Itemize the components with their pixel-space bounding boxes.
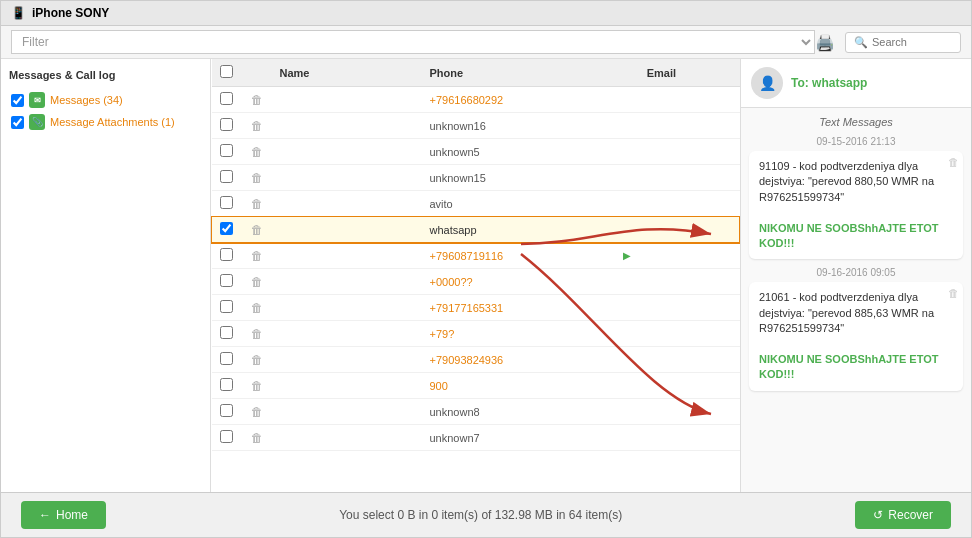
avatar: 👤: [751, 67, 783, 99]
print-icon[interactable]: 🖨️: [815, 33, 835, 52]
message-bubble: 🗑 91109 - kod podtverzdeniya dlya dejstv…: [749, 151, 963, 259]
row-checkbox[interactable]: [220, 118, 233, 131]
message-delete-icon[interactable]: 🗑: [948, 286, 959, 301]
message-bubble: 🗑 21061 - kod podtverzdeniya dlya dejstv…: [749, 282, 963, 390]
delete-icon[interactable]: 🗑: [251, 405, 263, 419]
messages-link[interactable]: Messages (34): [50, 94, 123, 106]
row-checkbox[interactable]: [220, 300, 233, 313]
delete-icon[interactable]: 🗑: [251, 379, 263, 393]
table-row[interactable]: 🗑 unknown15: [212, 165, 740, 191]
top-toolbar: Filter 🖨️ 🔍: [1, 26, 971, 59]
row-checkbox[interactable]: [220, 92, 233, 105]
row-checkbox[interactable]: [220, 248, 233, 261]
table-row[interactable]: 🗑 +0000??: [212, 269, 740, 295]
row-checkbox[interactable]: [220, 326, 233, 339]
cell-email: [639, 87, 740, 113]
table-row[interactable]: 🗑 900: [212, 373, 740, 399]
messages-section-title: Text Messages: [749, 116, 963, 128]
cell-name: [272, 243, 422, 269]
recover-button[interactable]: ↺ Recover: [855, 501, 951, 529]
search-input[interactable]: [872, 36, 952, 48]
cell-name: [272, 87, 422, 113]
delete-icon[interactable]: 🗑: [251, 119, 263, 133]
select-all-checkbox[interactable]: [220, 65, 233, 78]
sidebar-section-title: Messages & Call log: [9, 67, 202, 83]
message-delete-icon[interactable]: 🗑: [948, 155, 959, 170]
row-checkbox[interactable]: [220, 352, 233, 365]
delete-icon[interactable]: 🗑: [251, 301, 263, 315]
messages-area[interactable]: Text Messages 09-15-2016 21:13 🗑 91109 -…: [741, 108, 971, 492]
table-row[interactable]: 🗑 whatsapp: [212, 217, 740, 243]
cell-name: [272, 425, 422, 451]
delete-icon[interactable]: 🗑: [251, 353, 263, 367]
contact-name: whatsapp: [812, 76, 867, 90]
table-row[interactable]: 🗑 unknown8: [212, 399, 740, 425]
table-row[interactable]: 🗑 unknown16: [212, 113, 740, 139]
delete-icon[interactable]: 🗑: [251, 249, 263, 263]
delete-icon[interactable]: 🗑: [251, 171, 263, 185]
message-body: 91109 - kod podtverzdeniya dlya dejstviy…: [759, 159, 953, 205]
recover-label: Recover: [888, 508, 933, 522]
delete-icon[interactable]: 🗑: [251, 223, 263, 237]
messages-icon: ✉: [29, 92, 45, 108]
table-row[interactable]: 🗑 +79616680292: [212, 87, 740, 113]
cell-email: [639, 373, 740, 399]
sidebar-item-attachments[interactable]: 📎 Message Attachments (1): [9, 111, 202, 133]
cell-email: [639, 269, 740, 295]
table-container[interactable]: Name Phone Email 🗑 +79616680292 🗑 unknow…: [211, 59, 740, 492]
delete-icon[interactable]: 🗑: [251, 275, 263, 289]
cell-email: [639, 321, 740, 347]
cell-phone: +0000??: [422, 269, 639, 295]
attachments-link[interactable]: Message Attachments (1): [50, 116, 175, 128]
table-row[interactable]: 🗑 +79093824936: [212, 347, 740, 373]
table-row[interactable]: 🗑 unknown5: [212, 139, 740, 165]
cell-email: [639, 399, 740, 425]
center-panel: Name Phone Email 🗑 +79616680292 🗑 unknow…: [211, 59, 741, 492]
cell-name: [272, 399, 422, 425]
delete-icon[interactable]: 🗑: [251, 145, 263, 159]
table-row[interactable]: 🗑 unknown7: [212, 425, 740, 451]
sidebar-item-messages[interactable]: ✉ Messages (34): [9, 89, 202, 111]
cell-phone: 900: [422, 373, 639, 399]
table-row[interactable]: 🗑 +79?: [212, 321, 740, 347]
bottom-bar: ← Home You select 0 B in 0 item(s) of 13…: [1, 492, 971, 537]
row-checkbox[interactable]: [220, 430, 233, 443]
message-warning: NIKOMU NE SOOBShhAJTE ETOT KOD!!!: [759, 221, 953, 252]
col-delete: [242, 59, 272, 87]
cell-phone: +79608719116▶: [422, 243, 639, 269]
col-email: Email: [639, 59, 740, 87]
cell-name: [272, 321, 422, 347]
row-checkbox[interactable]: [220, 196, 233, 209]
cell-phone: unknown15: [422, 165, 639, 191]
filter-select[interactable]: Filter: [11, 30, 815, 54]
table-row[interactable]: 🗑 avito: [212, 191, 740, 217]
row-checkbox[interactable]: [220, 170, 233, 183]
row-checkbox[interactable]: [220, 274, 233, 287]
row-checkbox[interactable]: [220, 404, 233, 417]
row-checkbox[interactable]: [220, 222, 233, 235]
cell-name: [272, 113, 422, 139]
cell-email: [639, 191, 740, 217]
table-row[interactable]: 🗑 +79177165331: [212, 295, 740, 321]
cell-phone: whatsapp: [422, 217, 639, 243]
home-button[interactable]: ← Home: [21, 501, 106, 529]
cell-name: [272, 165, 422, 191]
delete-icon[interactable]: 🗑: [251, 431, 263, 445]
messages-checkbox[interactable]: [11, 94, 24, 107]
row-checkbox[interactable]: [220, 378, 233, 391]
title-bar-text: iPhone SONY: [32, 6, 109, 20]
status-text: You select 0 B in 0 item(s) of 132.98 MB…: [339, 508, 622, 522]
delete-icon[interactable]: 🗑: [251, 93, 263, 107]
attachments-checkbox[interactable]: [11, 116, 24, 129]
cell-phone: unknown5: [422, 139, 639, 165]
cell-name: [272, 373, 422, 399]
cell-email: [639, 243, 740, 269]
row-checkbox[interactable]: [220, 144, 233, 157]
delete-icon[interactable]: 🗑: [251, 197, 263, 211]
sidebar: Messages & Call log ✉ Messages (34) 📎 Me…: [1, 59, 211, 492]
cell-email: [639, 295, 740, 321]
table-row[interactable]: 🗑 +79608719116▶: [212, 243, 740, 269]
delete-icon[interactable]: 🗑: [251, 327, 263, 341]
cell-phone: unknown16: [422, 113, 639, 139]
contact-to: To: whatsapp: [791, 76, 867, 90]
